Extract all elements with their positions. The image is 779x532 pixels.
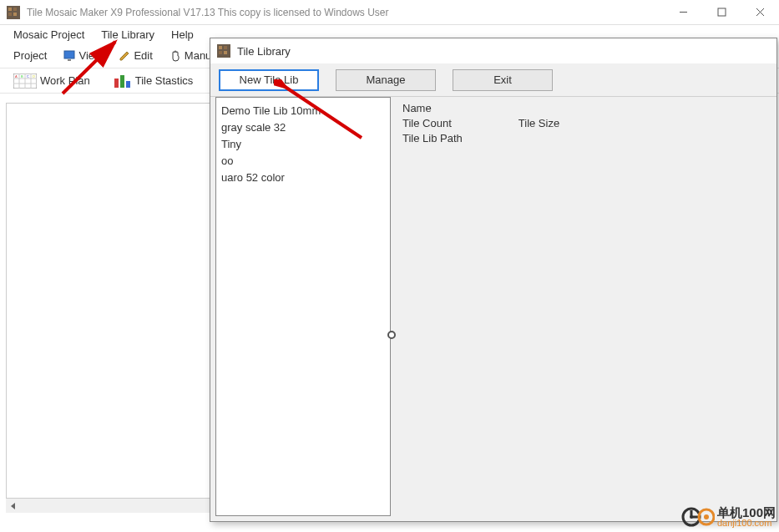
splitter[interactable] [391,97,396,516]
svg-rect-10 [68,59,71,61]
watermark-text-small: danji100.com [717,519,776,528]
toolbar-work-plan[interactable]: ABCD Work Plan [7,72,97,90]
menu-help[interactable]: Help [163,27,202,43]
menu-mosaic-project[interactable]: Mosaic Project [5,27,93,43]
toolbar-tile-stastics[interactable]: Tile Stastics [107,72,200,90]
scroll-left-button[interactable] [6,499,20,513]
list-item[interactable]: uaro 52 color [220,170,387,186]
toolbar-edit-label: Edit [134,49,152,62]
toolbar-tile-stastics-label: Tile Stastics [135,74,194,87]
minimize-button[interactable] [664,0,702,25]
list-item[interactable]: Demo Tile Lib 10mm [220,103,387,119]
svg-rect-27 [219,51,222,54]
watermark-text-big: 单机100网 [717,506,776,519]
splitter-grip-icon[interactable] [387,331,396,339]
svg-text:D: D [33,74,35,79]
svg-rect-6 [718,8,726,16]
dialog-titlebar: Tile Library [210,38,776,63]
svg-rect-4 [13,13,17,16]
watermark-logo-icon [681,505,715,529]
svg-text:B: B [21,74,23,79]
grid-icon: ABCD [13,73,37,89]
hand-icon [169,50,181,62]
svg-rect-22 [120,75,124,88]
list-item[interactable]: Tiny [220,136,387,153]
manage-button[interactable]: Manage [336,69,436,91]
svg-rect-23 [126,81,130,88]
svg-text:A: A [15,74,18,79]
window-controls [664,0,779,25]
list-item[interactable]: oo [220,153,387,170]
monitor-icon [63,50,75,62]
svg-rect-1 [8,8,12,11]
dialog-body: Demo Tile Lib 10mm gray scale 32 Tiny oo… [215,97,771,516]
svg-rect-26 [224,46,227,49]
pencil-icon [119,50,130,62]
close-button[interactable] [741,0,779,25]
watermark-text: 单机100网 danji100.com [717,506,776,528]
tile-lib-list[interactable]: Demo Tile Lib 10mm gray scale 32 Tiny oo… [215,97,391,516]
maximize-button[interactable] [702,0,741,25]
bar-chart-icon [114,73,132,89]
svg-rect-21 [114,79,119,88]
toolbar-edit[interactable]: Edit [112,48,159,63]
toolbar-project-label: Project [13,49,47,62]
svg-rect-3 [8,13,12,16]
dialog-toolbar: New Tile Lib Manage Exit [210,63,776,97]
svg-rect-28 [224,51,227,54]
detail-name-label: Name [402,101,432,116]
svg-text:C: C [27,74,29,79]
list-item[interactable]: gray scale 32 [220,119,387,136]
app-icon [7,6,20,19]
detail-panel: Name Tile Count Tile Size Tile Lib Path [396,97,771,516]
new-tile-lib-button[interactable]: New Tile Lib [219,69,319,91]
svg-point-36 [704,514,709,519]
svg-rect-2 [13,8,17,11]
exit-button[interactable]: Exit [453,69,553,91]
toolbar-view[interactable]: View [57,48,109,63]
menu-tile-library[interactable]: Tile Library [93,27,163,43]
dialog-icon [217,44,230,58]
toolbar-work-plan-label: Work Plan [40,74,90,87]
detail-tile-count-label: Tile Count [402,116,452,131]
tile-library-dialog: Tile Library New Tile Lib Manage Exit De… [210,38,777,522]
toolbar-project[interactable]: Project [7,48,53,63]
svg-rect-9 [64,51,74,58]
main-titlebar: Tile Mosaic Maker X9 Professional V17.13… [0,0,779,25]
watermark: 单机100网 danji100.com [681,505,776,529]
detail-tile-size-label: Tile Size [518,116,559,131]
dialog-title: Tile Library [237,45,291,58]
svg-rect-25 [219,46,222,49]
toolbar-view-label: View [78,49,102,62]
detail-tile-lib-path-label: Tile Lib Path [402,131,463,146]
main-window-title: Tile Mosaic Maker X9 Professional V17.13… [27,7,389,18]
